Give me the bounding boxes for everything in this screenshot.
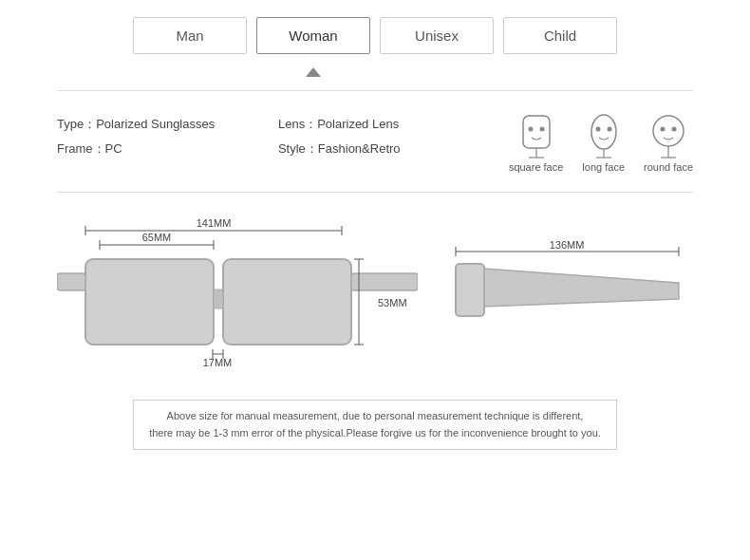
svg-point-10 (653, 116, 684, 146)
glasses-front-diagram: 141MM 65MM 17MM 53MM (57, 212, 418, 383)
face-icon-square: square face (509, 112, 563, 173)
svg-text:53MM: 53MM (378, 297, 407, 308)
svg-point-7 (607, 127, 611, 132)
square-face-label: square face (509, 161, 563, 173)
svg-point-5 (591, 115, 616, 149)
glasses-side-diagram: 136MM (446, 240, 693, 354)
notice-box: Above size for manual measurement, due t… (133, 400, 617, 450)
long-face-label: long face (582, 161, 625, 173)
tabs-container: Man Woman Unisex Child (0, 0, 750, 64)
lens-label: Lens： (278, 117, 317, 131)
face-icon-long: long face (582, 112, 625, 173)
active-tab-arrow (306, 67, 321, 77)
svg-text:17MM: 17MM (203, 357, 233, 368)
lens-value: Polarized Lens (317, 117, 399, 131)
dimensions-section: 141MM 65MM 17MM 53MM (0, 202, 750, 392)
svg-point-12 (672, 127, 677, 132)
style-row: Style：Fashion&Retro (278, 137, 499, 161)
frame-label: Frame： (57, 141, 105, 156)
svg-rect-26 (57, 273, 85, 290)
svg-point-1 (528, 127, 533, 132)
svg-text:65MM: 65MM (142, 232, 172, 243)
svg-marker-41 (484, 269, 679, 307)
tab-woman[interactable]: Woman (256, 17, 370, 54)
style-value: Fashion&Retro (318, 141, 401, 156)
svg-text:136MM: 136MM (550, 240, 585, 251)
frame-value: PC (105, 141, 122, 156)
info-section: Type：Polarized Sunglasses Frame：PC Lens：… (0, 101, 750, 182)
svg-point-2 (539, 127, 544, 132)
notice-section: Above size for manual measurement, due t… (0, 392, 750, 457)
face-icon-round: round face (644, 112, 693, 173)
tab-indicator (0, 64, 750, 81)
info-right: Lens：Polarized Lens Style：Fashion&Retro (278, 112, 499, 161)
notice-line1: Above size for manual measurement, due t… (149, 408, 601, 425)
svg-rect-0 (523, 116, 550, 148)
tab-man[interactable]: Man (133, 17, 247, 54)
type-label: Type： (57, 117, 96, 131)
svg-text:141MM: 141MM (197, 217, 232, 229)
info-left: Type：Polarized Sunglasses Frame：PC (57, 112, 278, 161)
style-label: Style： (278, 141, 318, 156)
divider-top (57, 90, 693, 91)
svg-point-11 (661, 127, 666, 132)
frame-row: Frame：PC (57, 137, 278, 161)
type-value: Polarized Sunglasses (96, 117, 215, 131)
type-row: Type：Polarized Sunglasses (57, 112, 278, 137)
lens-row: Lens：Polarized Lens (278, 112, 499, 137)
svg-point-6 (595, 127, 600, 132)
svg-rect-23 (85, 259, 214, 345)
divider-middle (57, 192, 693, 193)
tab-unisex[interactable]: Unisex (380, 17, 494, 54)
svg-rect-27 (351, 273, 418, 290)
svg-rect-25 (214, 289, 223, 308)
round-face-label: round face (644, 161, 693, 173)
svg-rect-40 (456, 264, 484, 316)
tab-child[interactable]: Child (503, 17, 617, 54)
face-icons-group: square face long face (509, 112, 693, 173)
notice-line2: there may be 1-3 mm error of the physica… (149, 425, 601, 442)
svg-rect-24 (223, 259, 351, 345)
